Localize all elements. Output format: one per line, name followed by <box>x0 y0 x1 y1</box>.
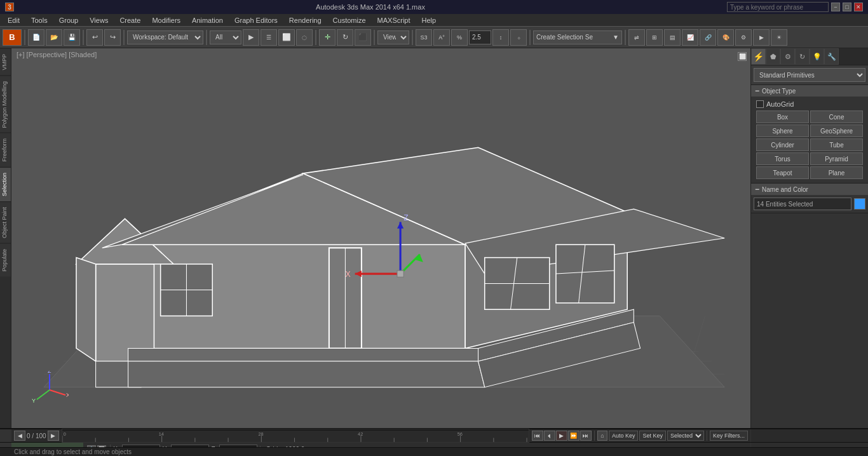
lasso-button[interactable]: ◌ <box>296 29 313 46</box>
menu-animation[interactable]: Animation <box>187 15 228 25</box>
prev-frame-btn[interactable]: ◀ <box>14 431 25 441</box>
key-filters-btn[interactable]: Key Filters... <box>710 431 748 441</box>
region-select-button[interactable]: ⬜ <box>278 29 295 46</box>
menu-maxscript[interactable]: MAXScript <box>372 15 416 25</box>
material-editor-button[interactable]: 🎨 <box>717 29 734 46</box>
toolbar-sep-4 <box>206 30 207 45</box>
mirror-button[interactable]: ⬦ <box>510 29 527 46</box>
svg-text:0: 0 <box>63 431 65 437</box>
sidebar-item-freeform[interactable]: Freeform <box>0 133 11 167</box>
render-setup-button[interactable]: ⚙ <box>735 29 752 46</box>
render-button[interactable]: ▶ <box>753 29 770 46</box>
save-button[interactable]: 💾 <box>64 29 80 46</box>
next-key-btn[interactable]: ⏩ <box>568 431 580 441</box>
track-view-button[interactable]: 📈 <box>682 29 698 46</box>
menu-graph-editors[interactable]: Graph Editors <box>229 15 283 25</box>
spinner-snap-button[interactable]: ↕ <box>492 29 509 46</box>
play-btn[interactable]: ▶ <box>556 431 567 441</box>
object-type-header: − Object Type <box>751 85 868 97</box>
sidebar-item-selection[interactable]: Selection <box>0 167 11 201</box>
btn-tube[interactable]: Tube <box>810 138 863 151</box>
object-type-collapse[interactable]: − <box>755 86 759 95</box>
select-button[interactable]: ▶ <box>243 29 259 46</box>
auto-key-btn[interactable]: Auto Key <box>609 431 639 441</box>
rp-tab-utilities[interactable]: 🔧 <box>824 48 839 65</box>
svg-text:56: 56 <box>457 431 462 437</box>
goto-end-btn[interactable]: ⏭ <box>580 431 592 441</box>
activeshade-button[interactable]: ☀ <box>771 29 787 46</box>
btn-torus[interactable]: Torus <box>756 152 809 165</box>
create-selection-dropdown[interactable]: Create Selection Se ▼ <box>533 30 622 44</box>
rp-tab-create[interactable]: ⚡ <box>751 48 766 65</box>
new-button[interactable]: 📄 <box>28 29 44 46</box>
angle-snap-button[interactable]: A° <box>433 29 450 46</box>
menu-rendering[interactable]: Rendering <box>284 15 327 25</box>
menu-modifiers[interactable]: Modifiers <box>147 15 186 25</box>
maximize-button[interactable]: □ <box>843 3 851 11</box>
viewport-gizmo: Z X Y <box>31 371 69 409</box>
btn-sphere[interactable]: Sphere <box>756 124 809 137</box>
btn-plane[interactable]: Plane <box>810 166 863 179</box>
btn-teapot[interactable]: Teapot <box>756 166 809 179</box>
goto-start-btn[interactable]: ⏮ <box>532 431 543 441</box>
object-name-input[interactable] <box>754 198 851 210</box>
rp-tab-display[interactable]: 💡 <box>810 48 824 65</box>
key-mode-btn[interactable]: ⌂ <box>597 431 607 441</box>
sidebar-item-polygon[interactable]: Polygon Modelling <box>0 76 11 133</box>
percent-snap-button[interactable]: % <box>451 29 468 46</box>
autogrid-checkbox[interactable] <box>756 100 764 108</box>
menu-tools[interactable]: Tools <box>26 15 53 25</box>
close-button[interactable]: ✕ <box>854 3 863 11</box>
schematic-button[interactable]: 🔗 <box>700 29 716 46</box>
next-frame-btn[interactable]: ▶ <box>48 431 59 441</box>
mirror-tool-button[interactable]: ⇌ <box>628 29 645 46</box>
sidebar-item-vmpp[interactable]: VMPP <box>0 48 11 76</box>
search-input[interactable] <box>727 2 829 12</box>
name-color-collapse[interactable]: − <box>755 185 759 194</box>
btn-pyramid[interactable]: Pyramid <box>810 152 863 165</box>
btn-cone[interactable]: Cone <box>810 111 863 123</box>
reference-dropdown[interactable]: View <box>377 30 409 44</box>
layer-manager-button[interactable]: ▤ <box>664 29 681 46</box>
select-by-name-button[interactable]: ☰ <box>261 29 277 46</box>
btn-geosphere[interactable]: GeoSphere <box>810 124 863 137</box>
rotate-button[interactable]: ↻ <box>337 29 353 46</box>
snap3d-button[interactable]: S3 <box>416 29 432 46</box>
selected-dropdown[interactable]: Selected <box>667 431 704 441</box>
rp-tab-hierarchy[interactable]: ⚙ <box>780 48 795 65</box>
undo-button[interactable]: ↩ <box>86 29 103 46</box>
viewport-maximize-btn[interactable]: ⬜ <box>738 52 747 61</box>
rp-tab-motion[interactable]: ↻ <box>795 48 810 65</box>
filter-dropdown[interactable]: All <box>210 30 241 44</box>
name-color-section: − Name and Color <box>751 184 868 213</box>
snap-value-input[interactable] <box>469 30 491 44</box>
menu-views[interactable]: Views <box>85 15 113 25</box>
open-button[interactable]: 📂 <box>46 29 62 46</box>
menu-create[interactable]: Create <box>114 15 146 25</box>
primitives-dropdown[interactable]: Standard Primitives <box>754 68 865 82</box>
btn-cylinder[interactable]: Cylinder <box>756 138 809 151</box>
color-swatch[interactable] <box>854 198 865 210</box>
scale-button[interactable]: ⬛ <box>355 29 371 46</box>
move-button[interactable]: ✛ <box>319 29 336 46</box>
minimize-button[interactable]: − <box>831 3 840 11</box>
svg-text:42: 42 <box>358 431 363 437</box>
svg-rect-36 <box>556 245 614 303</box>
prev-key-btn[interactable]: ⏴ <box>544 431 555 441</box>
workspace-dropdown[interactable]: Workspace: Default <box>127 30 203 44</box>
app-logo-btn[interactable]: B <box>3 29 22 46</box>
menu-help[interactable]: Help <box>417 15 442 25</box>
viewport-3d[interactable]: [+] [Perspective] [Shaded] <box>11 48 750 428</box>
rp-tab-modify[interactable]: ⬟ <box>766 48 780 65</box>
create-sel-arrow: ▼ <box>613 34 619 41</box>
set-key-btn[interactable]: Set Key <box>639 431 666 441</box>
align-button[interactable]: ⊞ <box>646 29 663 46</box>
menu-customize[interactable]: Customize <box>328 15 371 25</box>
timeline-ruler[interactable]: 0 14 28 42 56 <box>62 429 529 443</box>
sidebar-item-objectpaint[interactable]: Object Paint <box>0 201 11 243</box>
redo-button[interactable]: ↪ <box>104 29 121 46</box>
btn-box[interactable]: Box <box>756 111 809 123</box>
menu-group[interactable]: Group <box>54 15 84 25</box>
sidebar-item-populate[interactable]: Populate <box>0 243 11 277</box>
menu-edit[interactable]: Edit <box>3 15 25 25</box>
